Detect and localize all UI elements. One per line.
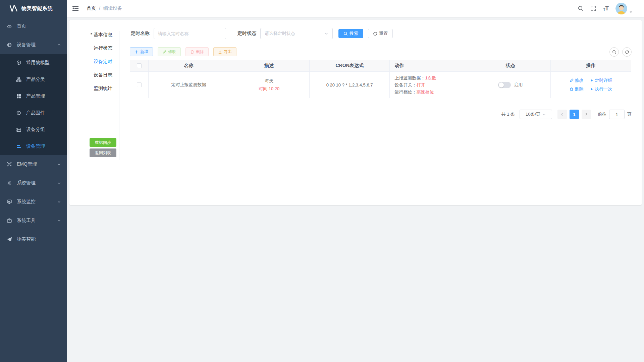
gear-icon [7,180,12,186]
tab-label: 设备日志 [94,72,112,77]
app-logo[interactable]: 物美智能系统 [0,0,67,17]
row-edit-link[interactable]: 修改 [570,77,584,83]
sidebar-item-device-management[interactable]: 设备管理 [0,36,67,54]
required-mark: * [91,32,92,37]
select-all-checkbox[interactable] [137,63,142,68]
cell-desc: 每天 时间 10:20 [229,72,309,98]
breadcrumb-current: 编辑设备 [103,5,122,11]
chevron-down-icon [57,200,61,204]
sidebar-item-label: 通用物模型 [26,60,50,66]
table-toolbar: 新增 修改 删除 导出 [130,47,236,56]
toggle-search-button[interactable] [609,47,619,57]
desc-time: 时间 10:20 [229,85,309,92]
sidebar-item-product-management[interactable]: 产品管理 [0,88,67,105]
fullscreen-icon[interactable] [590,5,596,11]
row-checkbox[interactable] [137,82,142,87]
tab-monitor-stats[interactable]: 监测统计 [69,81,119,95]
cell-ops: 修改 定时详细 [551,72,631,98]
monitor-icon [7,199,12,204]
search-icon[interactable] [578,5,584,11]
prev-page-button[interactable] [557,110,567,119]
chevron-right-icon [584,112,588,116]
add-button[interactable]: 新增 [130,47,153,56]
sidebar-item-system-tools[interactable]: 系统工具 [0,211,67,230]
goto-page-input[interactable] [609,110,625,119]
select-placeholder: 请选择定时状态 [265,31,295,37]
page-number-button[interactable]: 1 [570,110,579,119]
hamburger-icon [72,6,79,11]
user-menu[interactable] [615,3,633,14]
emq-node-icon [7,162,12,167]
row-timer-detail-link[interactable]: 定时详细 [590,77,612,83]
refresh-button[interactable] [622,47,632,57]
sidebar-item-label: 产品分类 [26,76,45,82]
sidebar-toggle-button[interactable] [67,0,84,17]
refresh-icon [625,50,629,54]
sidebar-item-label: 系统工具 [17,218,36,224]
tab-basic-info[interactable]: * 基本信息 [69,28,119,41]
grid-icon [16,94,21,99]
breadcrumb: 首页 / 编辑设备 [87,5,122,11]
sidebar-item-thing-model[interactable]: 通用物模型 [0,54,67,71]
sidebar-item-home[interactable]: 首页 [0,17,67,36]
tab-running-status[interactable]: 运行状态 [69,41,119,55]
sidebar-item-product-firmware[interactable]: 产品固件 [0,105,67,121]
row-run-once-link[interactable]: 执行一次 [590,86,612,92]
avatar[interactable] [615,3,627,14]
table-row: 定时上报监测数据 每天 时间 10:20 0 20 10 ? * 1,2,3,4… [130,72,631,98]
timer-pane: 定时名称 定时状态 请选择定时状态 搜索 重置 [126,20,632,205]
data-sync-button[interactable]: 数据同步 [90,138,116,147]
row-checkbox-cell [130,72,149,98]
sidebar-item-device-list-active[interactable]: 设备管理 [0,138,67,155]
sidebar: 物美智能系统 首页 设备管理 通用物模型 产品分类 [0,0,67,362]
tree-icon [16,77,21,82]
sidebar-item-product-category[interactable]: 产品分类 [0,71,67,88]
caret-down-icon [629,10,633,14]
chevron-down-icon [57,181,61,185]
tabs-divider [119,31,119,160]
back-to-list-button[interactable]: 返回列表 [90,148,116,157]
pagination: 共 1 条 10条/页 1 前往 页 [501,110,632,119]
timer-name-input[interactable] [154,28,226,39]
page-size-select[interactable]: 10条/页 [520,110,552,119]
dashboard-icon [7,23,12,29]
timer-status-select[interactable]: 请选择定时状态 [260,28,333,39]
header-checkbox-cell [130,60,149,72]
sidebar-item-emq[interactable]: EMQ管理 [0,155,67,174]
edit-button[interactable]: 修改 [158,47,181,56]
toggle-knob [499,82,504,87]
cell-status: 启用 [470,72,551,98]
sidebar-item-label: 首页 [17,23,26,29]
top-navbar: 首页 / 编辑设备 TT [67,0,644,17]
status-toggle[interactable] [498,82,511,88]
cell-action: 上报监测数据：1次数 设备开关：打开 运行档位：高速档位 [390,72,470,98]
action-line: 运行档位：高速档位 [394,88,470,96]
sidebar-item-system-management[interactable]: 系统管理 [0,174,67,192]
refresh-icon [373,32,377,36]
reset-button[interactable]: 重置 [368,29,393,38]
trash-icon [190,50,194,54]
tab-label: 运行状态 [94,45,112,51]
sidebar-item-label: 系统管理 [17,180,36,186]
sidebar-item-wumei[interactable]: 物美智能 [0,230,67,249]
search-icon [343,32,348,36]
next-page-button[interactable] [582,110,591,119]
timer-status-label: 定时状态 [237,31,256,37]
sidebar-item-label: 设备管理 [17,42,36,48]
delete-button[interactable]: 删除 [185,47,209,56]
navbar-actions: TT [578,3,644,14]
target-icon [16,110,21,116]
export-button[interactable]: 导出 [213,47,236,56]
breadcrumb-home[interactable]: 首页 [87,5,96,11]
row-delete-link[interactable]: 删除 [570,86,584,92]
sidebar-item-system-monitor[interactable]: 系统监控 [0,192,67,211]
search-button[interactable]: 搜索 [338,29,363,38]
tab-device-log[interactable]: 设备日志 [69,68,119,81]
chevron-up-icon [57,43,61,47]
chevron-down-icon [324,32,328,36]
tab-device-timer[interactable]: 设备定时 [69,55,119,68]
sidebar-item-device-group[interactable]: 设备分组 [0,121,67,138]
font-size-icon[interactable]: TT [603,6,609,11]
sidebar-submenu-device: 通用物模型 产品分类 产品管理 产品固件 [0,54,67,155]
tab-label: 监测统计 [94,85,112,91]
